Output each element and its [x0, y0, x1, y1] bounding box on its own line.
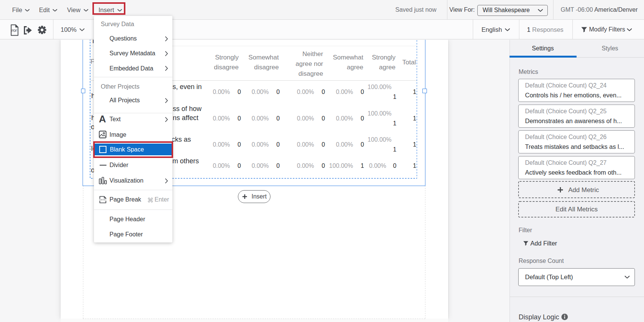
svg-text:PDF: PDF	[11, 29, 17, 33]
